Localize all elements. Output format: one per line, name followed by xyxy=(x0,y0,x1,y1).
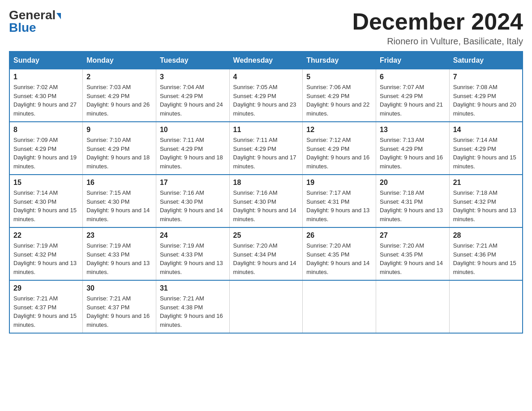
header-monday: Monday xyxy=(83,51,156,69)
daylight-label: Daylight: 9 hours and 15 minutes. xyxy=(13,207,77,223)
day-number: 30 xyxy=(86,284,152,292)
daylight-label: Daylight: 9 hours and 14 minutes. xyxy=(160,207,223,223)
sunrise-label: Sunrise: 7:02 AM xyxy=(13,84,58,90)
day-number: 9 xyxy=(86,126,152,134)
calendar-day-cell: 23 Sunrise: 7:19 AM Sunset: 4:33 PM Dayl… xyxy=(83,227,156,280)
calendar-day-cell: 15 Sunrise: 7:14 AM Sunset: 4:30 PM Dayl… xyxy=(9,175,83,227)
calendar-day-cell: 1 Sunrise: 7:02 AM Sunset: 4:30 PM Dayli… xyxy=(9,69,83,122)
day-number: 2 xyxy=(86,73,152,81)
day-info: Sunrise: 7:20 AM Sunset: 4:35 PM Dayligh… xyxy=(380,241,446,276)
location-subtitle: Rionero in Vulture, Basilicate, Italy xyxy=(352,36,523,47)
day-number: 8 xyxy=(13,126,79,134)
day-info: Sunrise: 7:04 AM Sunset: 4:29 PM Dayligh… xyxy=(160,83,226,118)
day-number: 13 xyxy=(380,126,446,134)
calendar-day-cell: 31 Sunrise: 7:21 AM Sunset: 4:38 PM Dayl… xyxy=(156,280,229,333)
day-info: Sunrise: 7:19 AM Sunset: 4:33 PM Dayligh… xyxy=(86,241,152,276)
sunset-label: Sunset: 4:35 PM xyxy=(306,251,349,258)
calendar-day-cell: 8 Sunrise: 7:09 AM Sunset: 4:29 PM Dayli… xyxy=(9,122,83,175)
day-info: Sunrise: 7:19 AM Sunset: 4:33 PM Dayligh… xyxy=(160,241,226,276)
header-friday: Friday xyxy=(376,51,450,69)
daylight-label: Daylight: 9 hours and 16 minutes. xyxy=(160,313,223,328)
sunset-label: Sunset: 4:38 PM xyxy=(160,304,203,311)
calendar-day-cell: 10 Sunrise: 7:11 AM Sunset: 4:29 PM Dayl… xyxy=(156,122,229,175)
calendar-day-cell: 26 Sunrise: 7:20 AM Sunset: 4:35 PM Dayl… xyxy=(303,227,376,280)
calendar-day-cell: 2 Sunrise: 7:03 AM Sunset: 4:29 PM Dayli… xyxy=(83,69,156,122)
day-info: Sunrise: 7:16 AM Sunset: 4:30 PM Dayligh… xyxy=(233,188,299,223)
day-info: Sunrise: 7:18 AM Sunset: 4:32 PM Dayligh… xyxy=(453,188,519,223)
daylight-label: Daylight: 9 hours and 19 minutes. xyxy=(13,154,77,170)
sunrise-label: Sunrise: 7:14 AM xyxy=(453,137,498,143)
sunrise-label: Sunrise: 7:17 AM xyxy=(306,189,351,196)
calendar-day-cell: 5 Sunrise: 7:06 AM Sunset: 4:29 PM Dayli… xyxy=(303,69,376,122)
day-number: 6 xyxy=(380,73,446,81)
sunrise-label: Sunrise: 7:14 AM xyxy=(13,189,58,196)
daylight-label: Daylight: 9 hours and 14 minutes. xyxy=(86,207,150,223)
day-number: 10 xyxy=(160,126,226,134)
daylight-label: Daylight: 9 hours and 13 minutes. xyxy=(380,207,443,223)
sunrise-label: Sunrise: 7:08 AM xyxy=(453,84,498,90)
calendar-day-cell: 17 Sunrise: 7:16 AM Sunset: 4:30 PM Dayl… xyxy=(156,175,229,227)
calendar-week-row: 1 Sunrise: 7:02 AM Sunset: 4:30 PM Dayli… xyxy=(9,69,523,122)
sunset-label: Sunset: 4:30 PM xyxy=(13,198,56,205)
day-number: 26 xyxy=(306,231,372,240)
title-section: December 2024 Rionero in Vulture, Basili… xyxy=(352,9,523,47)
calendar-day-cell: 12 Sunrise: 7:12 AM Sunset: 4:29 PM Dayl… xyxy=(303,122,376,175)
calendar-week-row: 8 Sunrise: 7:09 AM Sunset: 4:29 PM Dayli… xyxy=(9,122,523,175)
sunrise-label: Sunrise: 7:11 AM xyxy=(233,137,278,143)
calendar-day-cell: 19 Sunrise: 7:17 AM Sunset: 4:31 PM Dayl… xyxy=(303,175,376,227)
sunrise-label: Sunrise: 7:15 AM xyxy=(86,189,131,196)
calendar-day-cell: 28 Sunrise: 7:21 AM Sunset: 4:36 PM Dayl… xyxy=(449,227,523,280)
sunrise-label: Sunrise: 7:05 AM xyxy=(233,84,278,90)
month-title: December 2024 xyxy=(352,9,523,34)
sunset-label: Sunset: 4:37 PM xyxy=(13,304,56,311)
daylight-label: Daylight: 9 hours and 13 minutes. xyxy=(453,207,516,223)
day-info: Sunrise: 7:15 AM Sunset: 4:30 PM Dayligh… xyxy=(86,188,152,223)
sunset-label: Sunset: 4:32 PM xyxy=(453,198,496,205)
sunset-label: Sunset: 4:31 PM xyxy=(380,198,423,205)
calendar-day-cell: 27 Sunrise: 7:20 AM Sunset: 4:35 PM Dayl… xyxy=(376,227,450,280)
header-thursday: Thursday xyxy=(303,51,376,69)
day-info: Sunrise: 7:21 AM Sunset: 4:37 PM Dayligh… xyxy=(86,294,152,329)
page-header: General Blue December 2024 Rionero in Vu… xyxy=(9,9,523,47)
daylight-label: Daylight: 9 hours and 15 minutes. xyxy=(453,260,516,275)
calendar-week-row: 29 Sunrise: 7:21 AM Sunset: 4:37 PM Dayl… xyxy=(9,280,523,333)
daylight-label: Daylight: 9 hours and 15 minutes. xyxy=(453,154,516,170)
sunrise-label: Sunrise: 7:21 AM xyxy=(13,295,58,302)
day-info: Sunrise: 7:09 AM Sunset: 4:29 PM Dayligh… xyxy=(13,136,79,171)
sunset-label: Sunset: 4:34 PM xyxy=(233,251,276,258)
day-info: Sunrise: 7:21 AM Sunset: 4:36 PM Dayligh… xyxy=(453,241,519,276)
sunrise-label: Sunrise: 7:13 AM xyxy=(380,137,424,143)
calendar-day-cell: 22 Sunrise: 7:19 AM Sunset: 4:32 PM Dayl… xyxy=(9,227,83,280)
sunset-label: Sunset: 4:36 PM xyxy=(453,251,496,258)
daylight-label: Daylight: 9 hours and 13 minutes. xyxy=(86,260,150,275)
day-info: Sunrise: 7:14 AM Sunset: 4:29 PM Dayligh… xyxy=(453,136,519,171)
calendar-day-cell: 3 Sunrise: 7:04 AM Sunset: 4:29 PM Dayli… xyxy=(156,69,229,122)
calendar-day-cell: 16 Sunrise: 7:15 AM Sunset: 4:30 PM Dayl… xyxy=(83,175,156,227)
day-info: Sunrise: 7:18 AM Sunset: 4:31 PM Dayligh… xyxy=(380,188,446,223)
daylight-label: Daylight: 9 hours and 18 minutes. xyxy=(86,154,150,170)
calendar-header-row: Sunday Monday Tuesday Wednesday Thursday… xyxy=(9,51,523,69)
calendar-week-row: 15 Sunrise: 7:14 AM Sunset: 4:30 PM Dayl… xyxy=(9,175,523,227)
day-info: Sunrise: 7:21 AM Sunset: 4:38 PM Dayligh… xyxy=(160,294,226,329)
calendar-day-cell: 21 Sunrise: 7:18 AM Sunset: 4:32 PM Dayl… xyxy=(449,175,523,227)
day-number: 31 xyxy=(160,284,226,292)
sunset-label: Sunset: 4:33 PM xyxy=(160,251,203,258)
day-info: Sunrise: 7:11 AM Sunset: 4:29 PM Dayligh… xyxy=(160,136,226,171)
sunrise-label: Sunrise: 7:10 AM xyxy=(86,137,131,143)
sunset-label: Sunset: 4:29 PM xyxy=(380,93,423,99)
day-number: 14 xyxy=(453,126,519,134)
sunrise-label: Sunrise: 7:20 AM xyxy=(233,242,278,249)
calendar-table: Sunday Monday Tuesday Wednesday Thursday… xyxy=(9,51,523,334)
header-sunday: Sunday xyxy=(9,51,83,69)
daylight-label: Daylight: 9 hours and 22 minutes. xyxy=(306,101,369,117)
day-number: 15 xyxy=(13,179,79,187)
sunset-label: Sunset: 4:37 PM xyxy=(86,304,129,311)
sunrise-label: Sunrise: 7:04 AM xyxy=(160,84,204,90)
day-info: Sunrise: 7:11 AM Sunset: 4:29 PM Dayligh… xyxy=(233,136,299,171)
calendar-day-cell: 9 Sunrise: 7:10 AM Sunset: 4:29 PM Dayli… xyxy=(83,122,156,175)
sunset-label: Sunset: 4:33 PM xyxy=(86,251,129,258)
day-number: 24 xyxy=(160,231,226,240)
daylight-label: Daylight: 9 hours and 14 minutes. xyxy=(306,260,369,275)
sunset-label: Sunset: 4:30 PM xyxy=(13,93,56,99)
day-number: 23 xyxy=(86,231,152,240)
